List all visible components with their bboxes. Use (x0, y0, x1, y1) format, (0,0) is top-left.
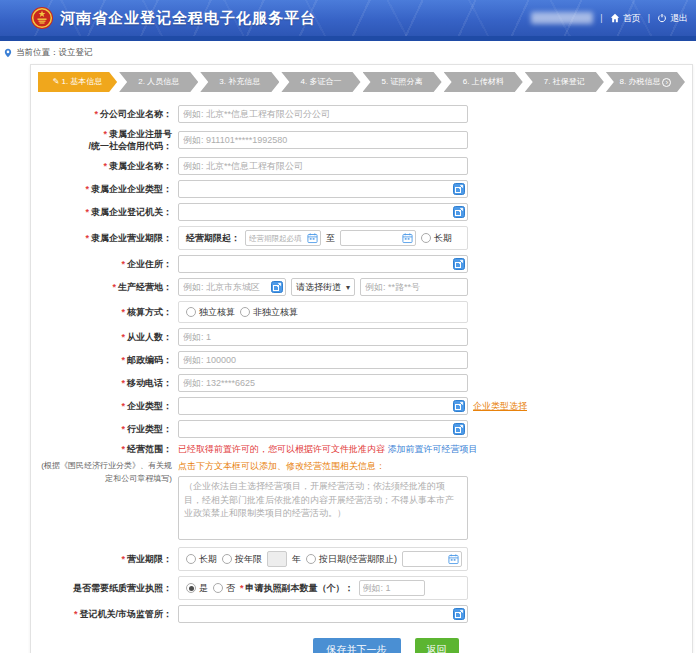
app-title: 河南省企业登记全程电子化服务平台 (60, 9, 316, 28)
parent-term-box: 经营期限起： 至 长期 (178, 226, 468, 250)
next-steps-icon[interactable]: › (662, 78, 671, 87)
popup-select-icon[interactable] (453, 400, 465, 412)
popup-select-icon[interactable] (453, 183, 465, 195)
parent-type-label: 隶属企业企业类型： (91, 184, 172, 194)
branch-name-input[interactable] (178, 105, 468, 123)
parent-type-input[interactable] (178, 180, 468, 198)
business-place-label: 生产经营地： (118, 282, 172, 292)
required-asterisk: * (85, 233, 89, 243)
popup-select-icon[interactable] (453, 608, 465, 620)
business-place-detail-input[interactable] (360, 278, 468, 296)
required-asterisk: * (121, 554, 125, 564)
popup-select-icon[interactable] (453, 423, 465, 435)
address-input[interactable] (178, 255, 468, 273)
required-asterisk: * (112, 282, 116, 292)
required-asterisk: * (121, 401, 125, 411)
parent-term-label: 隶属企业营业期限： (91, 233, 172, 243)
step-tab-supplement-info[interactable]: 3. 补充信息 (200, 72, 279, 92)
radio-parent-term-long-label: 长期 (434, 232, 452, 245)
radio-term-by-years[interactable] (222, 554, 232, 564)
popup-select-icon[interactable] (271, 281, 283, 293)
industry-type-label: 行业类型： (127, 424, 172, 434)
required-asterisk: * (103, 161, 107, 171)
calendar-icon[interactable] (307, 233, 318, 244)
step-tab-upload-materials[interactable]: 6. 上传材料 (444, 72, 523, 92)
username-redacted (531, 12, 593, 24)
back-button[interactable]: 返回 (415, 638, 459, 653)
popup-select-icon[interactable] (453, 206, 465, 218)
parent-reg-authority-input[interactable] (178, 203, 468, 221)
required-asterisk: * (121, 378, 125, 388)
radio-paper-license-yes[interactable] (186, 583, 196, 593)
parent-code-input[interactable] (178, 131, 468, 149)
row-parent-term: *隶属企业营业期限： 经营期限起： 至 长期 (38, 226, 685, 250)
step-tab-social-security[interactable]: 7. 社保登记 (525, 72, 604, 92)
national-emblem-icon (30, 6, 54, 30)
main-panel: ✎1. 基本信息 2. 人员信息 3. 补充信息 4. 多证合一 5. 证照分离… (30, 64, 693, 653)
radio-accounting-independent-label: 独立核算 (199, 306, 235, 319)
row-mobile: *移动电话： (38, 374, 685, 392)
employees-input[interactable] (178, 328, 468, 346)
radio-accounting-independent[interactable] (186, 307, 196, 317)
postcode-input[interactable] (178, 351, 468, 369)
parent-code-label-line2: /统一社会信用代码： (38, 140, 172, 152)
term-years-input[interactable] (267, 551, 287, 567)
row-reg-authority: *登记机关/市场监管所： (38, 605, 685, 623)
breadcrumb-label: 当前位置：设立登记 (16, 47, 93, 59)
nav-logout[interactable]: 退出 (657, 12, 688, 25)
step-tab-basic-info[interactable]: ✎1. 基本信息 (38, 72, 117, 92)
business-scope-tip-orange: 点击下方文本框可以添加、修改经营范围相关信息： (178, 460, 478, 473)
nav-home[interactable]: 首页 (610, 12, 641, 25)
row-employees: *从业人数： (38, 328, 685, 346)
row-business-term: *营业期限： 长期 按年限 年 按日期(经营期限止) (38, 547, 685, 571)
calendar-icon[interactable] (448, 554, 459, 565)
step-tab-multi-cert[interactable]: 4. 多证合一 (281, 72, 360, 92)
radio-accounting-non-independent[interactable] (240, 307, 250, 317)
row-parent-type: *隶属企业企业类型： (38, 180, 685, 198)
radio-parent-term-long[interactable] (421, 233, 431, 243)
license-copies-input[interactable] (359, 580, 425, 596)
step-tab-cert-separation[interactable]: 5. 证照分离 (363, 72, 442, 92)
row-paper-license: 是否需要纸质营业执照： 是 否 *申请执照副本数量（个）： (38, 576, 685, 600)
add-prelicense-scope-link[interactable]: 添加前置许可经营项目 (388, 444, 478, 454)
reg-authority-input[interactable] (178, 605, 468, 623)
step-tab-personnel-info[interactable]: 2. 人员信息 (119, 72, 198, 92)
business-term-label: 营业期限： (127, 554, 172, 564)
radio-term-long[interactable] (186, 554, 196, 564)
radio-term-by-years-label: 按年限 (235, 553, 262, 566)
postcode-label: 邮政编码： (127, 355, 172, 365)
mobile-input[interactable] (178, 374, 468, 392)
row-industry-type: *行业类型： (38, 420, 685, 438)
row-company-type: *企业类型： 企业类型选择 (38, 397, 685, 415)
industry-type-input[interactable] (178, 420, 468, 438)
popup-select-icon[interactable] (453, 258, 465, 270)
company-type-select-link[interactable]: 企业类型选择 (473, 400, 527, 413)
radio-paper-license-no[interactable] (213, 583, 223, 593)
business-place-district-input[interactable] (178, 278, 286, 296)
business-scope-textarea[interactable] (178, 476, 468, 540)
calendar-icon[interactable] (402, 233, 413, 244)
step-tab-tax-info[interactable]: 8. 办税信息› (606, 72, 685, 92)
accounting-box: 独立核算 非独立核算 (178, 301, 468, 323)
nav-divider: | (648, 13, 650, 23)
parent-name-input[interactable] (178, 157, 468, 175)
required-asterisk: * (85, 207, 89, 217)
required-asterisk: * (240, 583, 244, 593)
branch-name-label: 分公司企业名称： (100, 109, 172, 119)
row-business-place: *生产经营地： 请选择街道 ▾ (38, 278, 685, 296)
radio-term-by-date[interactable] (306, 554, 316, 564)
radio-term-by-date-label: 按日期(经营期限止) (319, 553, 397, 566)
required-asterisk: * (94, 109, 98, 119)
street-select[interactable]: 请选择街道 ▾ (291, 278, 355, 296)
required-asterisk: * (121, 444, 125, 454)
business-term-box: 长期 按年限 年 按日期(经营期限止) (178, 547, 468, 571)
parent-code-label-line1: 隶属企业注册号 (109, 129, 172, 139)
parent-reg-authority-label: 隶属企业登记机关： (91, 207, 172, 217)
company-type-input[interactable] (178, 397, 468, 415)
breadcrumb: 当前位置：设立登记 (0, 41, 696, 64)
mobile-label: 移动电话： (127, 378, 172, 388)
save-next-button[interactable]: 保存并下一步 (313, 638, 401, 653)
paper-license-label: 是否需要纸质营业执照： (73, 583, 172, 593)
business-scope-note: (根据《国民经济行业分类》、有关规定和公司章程填写) (38, 460, 172, 485)
form-actions: 保存并下一步 返回 (38, 638, 685, 653)
